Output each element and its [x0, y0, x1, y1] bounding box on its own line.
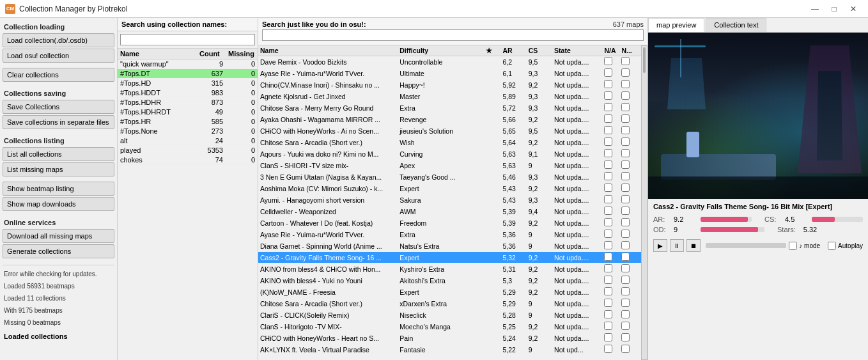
maps-scrollbar-thumb[interactable]	[643, 47, 646, 73]
map-na-check[interactable]	[602, 56, 619, 68]
map-n-check[interactable]	[619, 321, 641, 333]
map-row[interactable]: Ayase Rie - Yuima-ru*World TVver. Ultima…	[258, 68, 641, 79]
map-n-check[interactable]	[619, 275, 641, 286]
audio-progress-bar[interactable]	[706, 243, 786, 248]
map-na-check[interactable]	[602, 171, 619, 183]
map-row[interactable]: Chitose Sara - Merry Merry Go Round Extr…	[258, 102, 641, 114]
map-row[interactable]: Aqours - Yuuki wa doko ni? Kimi no M... …	[258, 148, 641, 160]
map-na-check[interactable]	[602, 252, 619, 263]
map-row[interactable]: CHiCO with HoneyWorks - Ai no Scen... ji…	[258, 125, 641, 137]
map-na-check[interactable]	[602, 309, 619, 321]
map-na-check[interactable]	[602, 79, 619, 91]
map-na-check[interactable]	[602, 114, 619, 125]
autoplay-checkbox[interactable]	[828, 242, 836, 250]
map-row[interactable]: Ayase Rie - Yuima-ru*World TVver. Extra …	[258, 229, 641, 240]
map-na-check[interactable]	[602, 286, 619, 298]
load-collection-button[interactable]: Load collection(.db/.osdb)	[3, 33, 114, 47]
map-n-check[interactable]	[619, 333, 641, 344]
map-row[interactable]: (K)NoW_NAME - Freesia Expert 5,29 9,2 No…	[258, 286, 641, 298]
map-n-check[interactable]	[619, 148, 641, 160]
maps-search-input[interactable]	[262, 29, 644, 41]
map-na-check[interactable]	[602, 275, 619, 286]
map-row[interactable]: AKINO with bless4 - Yuki no Youni Akitos…	[258, 275, 641, 286]
map-na-check[interactable]	[602, 229, 619, 240]
map-n-check[interactable]	[619, 68, 641, 79]
save-collections-button[interactable]: Save Collections	[3, 100, 114, 114]
map-row[interactable]: ClanS - SHIORI -TV size mix- Apex 5,63 9…	[258, 160, 641, 171]
close-button[interactable]: ✕	[844, 3, 863, 15]
map-n-check[interactable]	[619, 114, 641, 125]
map-row[interactable]: ClariS - CLICK(Soleily Remix) Niseclick …	[258, 309, 641, 321]
map-row[interactable]: Aoshima Moka (CV: Mimori Suzuko) - k... …	[258, 183, 641, 194]
save-collections-separate-button[interactable]: Save collections in separate files	[3, 115, 114, 129]
list-all-collections-button[interactable]: List all collections	[3, 147, 114, 161]
map-n-check[interactable]	[619, 91, 641, 102]
map-n-check[interactable]	[619, 344, 641, 356]
map-n-check[interactable]	[619, 160, 641, 171]
map-row[interactable]: Chitose Sara - Arcadia (Short ver.) Wish…	[258, 137, 641, 148]
map-row[interactable]: AK×LYNX ft. Veela - Virtual Paradise Fan…	[258, 344, 641, 356]
map-na-check[interactable]	[602, 298, 619, 309]
show-beatmap-listing-button[interactable]: Show beatmap listing	[3, 182, 114, 196]
map-na-check[interactable]	[602, 206, 619, 217]
stop-button[interactable]: ⏹	[686, 239, 701, 252]
map-na-check[interactable]	[602, 240, 619, 252]
map-row[interactable]: Chino(CV.Minase Inori) - Shinsaku no ...…	[258, 79, 641, 91]
map-row[interactable]: Dave Remix - Voodoo Bizkits Uncontrollab…	[258, 56, 641, 68]
map-na-check[interactable]	[602, 160, 619, 171]
collection-row[interactable]: #Tops.HDHR 873 0	[118, 98, 258, 107]
map-n-check[interactable]	[619, 183, 641, 194]
map-row[interactable]: 3 Nen E Gumi Utatan (Nagisa & Kayan... T…	[258, 171, 641, 183]
map-n-check[interactable]	[619, 125, 641, 137]
autoplay-check[interactable]: Autoplay	[828, 242, 863, 250]
map-row[interactable]: Chitose Sara - Arcadia (Short ver.) xDar…	[258, 298, 641, 309]
maps-table-wrap[interactable]: Name Difficulty ★ AR CS State N/A N... D…	[258, 45, 641, 360]
map-n-check[interactable]	[619, 252, 641, 263]
map-n-check[interactable]	[619, 298, 641, 309]
map-na-check[interactable]	[602, 263, 619, 275]
collection-row[interactable]: alt 24 0	[118, 136, 258, 146]
map-row[interactable]: Ayumi. - Hanagoyomi short version Sakura…	[258, 194, 641, 206]
map-n-check[interactable]	[619, 137, 641, 148]
map-na-check[interactable]	[602, 148, 619, 160]
map-n-check[interactable]	[619, 171, 641, 183]
map-row[interactable]: CHiCO with HoneyWorks - Heart no S... Pa…	[258, 333, 641, 344]
map-row[interactable]: Agnete Kjolsrud - Get Jinxed Master 5,89…	[258, 91, 641, 102]
collection-row[interactable]: #Tops.HDDT 983 0	[118, 88, 258, 98]
map-n-check[interactable]	[619, 79, 641, 91]
map-na-check[interactable]	[602, 217, 619, 229]
pause-button[interactable]: ⏸	[670, 239, 684, 252]
map-row[interactable]: AKINO from bless4 & CHiCO with Hon... Ky…	[258, 263, 641, 275]
tab-map-preview[interactable]: map preview	[648, 18, 704, 32]
collection-row[interactable]: #Tops.None 273 0	[118, 127, 258, 136]
mode-checkbox[interactable]	[789, 242, 797, 250]
minimize-button[interactable]: —	[805, 3, 825, 15]
map-n-check[interactable]	[619, 240, 641, 252]
map-na-check[interactable]	[602, 321, 619, 333]
map-na-check[interactable]	[602, 344, 619, 356]
map-na-check[interactable]	[602, 194, 619, 206]
collection-row[interactable]: chokes 74 0	[118, 155, 258, 165]
maximize-button[interactable]: □	[825, 3, 844, 15]
map-na-check[interactable]	[602, 125, 619, 137]
map-n-check[interactable]	[619, 194, 641, 206]
map-n-check[interactable]	[619, 263, 641, 275]
collection-row[interactable]: #Tops.HDHRDT 49 0	[118, 107, 258, 117]
collection-row[interactable]: played 5353 0	[118, 146, 258, 155]
map-row[interactable]: Ayaka Ohashi - Wagamama MIRROR ... Reven…	[258, 114, 641, 125]
collections-search-input[interactable]	[120, 34, 255, 45]
collection-row[interactable]: "quick warmup" 9 0	[118, 59, 258, 69]
collection-row[interactable]: #Tops.HD 315 0	[118, 79, 258, 88]
download-missing-maps-button[interactable]: Download all missing maps	[3, 229, 114, 243]
clear-collections-button[interactable]: Clear collections	[3, 68, 114, 82]
map-na-check[interactable]	[602, 137, 619, 148]
map-n-check[interactable]	[619, 217, 641, 229]
map-n-check[interactable]	[619, 286, 641, 298]
collection-row[interactable]: #Tops.DT 637 0	[118, 69, 258, 79]
map-row[interactable]: Diana Garnet - Spinning World (Anime ...…	[258, 240, 641, 252]
map-row[interactable]: Cass2 - Gravity Falls Theme Song- 16 ...…	[258, 252, 641, 263]
map-na-check[interactable]	[602, 102, 619, 114]
map-na-check[interactable]	[602, 91, 619, 102]
map-row[interactable]: Cartoon - Whatever I Do (feat. Kostja) F…	[258, 217, 641, 229]
map-na-check[interactable]	[602, 68, 619, 79]
